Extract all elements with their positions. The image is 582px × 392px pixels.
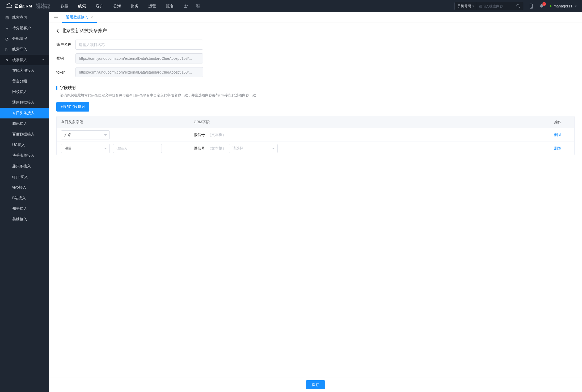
- search-type-select[interactable]: 手机号码: [455, 2, 476, 10]
- nav-item[interactable]: 公海: [113, 4, 121, 9]
- sidebar-sub-item[interactable]: 百度数据接入: [0, 129, 49, 140]
- search-button[interactable]: [513, 4, 523, 8]
- bell-icon[interactable]: 5: [539, 4, 544, 8]
- crm-field-type: （文本框）: [208, 133, 226, 137]
- secret-label: 密钥: [56, 56, 75, 61]
- sidebar-icon: ⇱: [5, 47, 9, 52]
- source-field-select[interactable]: 姓名: [61, 130, 110, 139]
- tab-active[interactable]: 通用数据接入 ✕: [62, 12, 97, 23]
- sidebar-sub-item[interactable]: 快手表单接入: [0, 150, 49, 161]
- chevron-up-icon: ⌃: [42, 59, 44, 62]
- token-label: token: [56, 70, 75, 74]
- nav-item[interactable]: 运营: [148, 4, 156, 9]
- save-button[interactable]: 保存: [306, 380, 325, 389]
- add-mapping-button[interactable]: +添加字段映射: [56, 102, 89, 112]
- mobile-icon[interactable]: [529, 3, 533, 9]
- sidebar-item[interactable]: ⇱线索导入: [0, 44, 49, 55]
- sidebar-sub-item[interactable]: 今日头条接入: [0, 108, 49, 118]
- nav-item[interactable]: 客户: [96, 4, 104, 9]
- logo[interactable]: 云朵CRM 教育机构一站式服务云平台: [5, 2, 50, 10]
- token-input[interactable]: [75, 67, 203, 77]
- source-value-input[interactable]: [113, 144, 162, 153]
- svg-point-3: [531, 7, 532, 8]
- delete-button[interactable]: 删除: [554, 146, 562, 150]
- sidebar-item[interactable]: ⋔线索接入⌃: [0, 55, 49, 65]
- logo-text: 云朵CRM: [14, 4, 32, 9]
- th-source-field: 今日头条字段: [61, 120, 194, 125]
- search-input[interactable]: [476, 4, 513, 8]
- nav-extra-icons: [183, 4, 200, 8]
- sidebar-item[interactable]: ▽待分配客户: [0, 23, 49, 33]
- sidebar-sub-item[interactable]: 美柚接入: [0, 214, 49, 225]
- sidebar-sub-item[interactable]: 通用数据接入: [0, 97, 49, 108]
- top-header: 云朵CRM 教育机构一站式服务云平台 数据线索客户公海财务运营报名 手机号码 5: [0, 0, 582, 12]
- footer-bar: 保存: [49, 377, 582, 392]
- nav-item[interactable]: 财务: [131, 4, 139, 9]
- sidebar-sub-item[interactable]: UC接入: [0, 140, 49, 150]
- sidebar-sub-item[interactable]: 知乎接入: [0, 203, 49, 214]
- sidebar-icon: ◔: [5, 37, 9, 41]
- crm-field-label: 微信号: [194, 133, 205, 137]
- cloud-logo-icon: [5, 2, 13, 10]
- page-content: 北京昱新科技头条账户 账户名称 密钥 token 字段映射 请确保您在此填写的头…: [49, 23, 582, 392]
- sidebar-sub-item[interactable]: 在线客服接入: [0, 65, 49, 76]
- secret-input[interactable]: [75, 53, 203, 63]
- sidebar-icon: ▽: [5, 26, 9, 30]
- nav-item[interactable]: 数据: [61, 4, 69, 9]
- crm-field-label: 微信号: [194, 146, 205, 151]
- header-right: 手机号码 5 manager11: [454, 2, 577, 10]
- page-title: 北京昱新科技头条账户: [62, 28, 107, 34]
- section-desc: 请确保您在此填写的头条自定义字段名称与在今日头条平台中自定义的字段名称一致，并且…: [56, 93, 575, 98]
- main-area: 通用数据接入 ✕ 北京昱新科技头条账户 账户名称 密钥 token: [49, 12, 582, 392]
- sidebar-sub-item[interactable]: oppo接入: [0, 172, 49, 182]
- table-header: 今日头条字段 CRM字段 操作: [57, 116, 574, 128]
- sidebar-sub-item[interactable]: B站接入: [0, 193, 49, 203]
- close-tab-icon[interactable]: ✕: [90, 15, 93, 19]
- sidebar-sub-item[interactable]: 网校接入: [0, 87, 49, 97]
- sidebar-item[interactable]: ▦线索查询: [0, 12, 49, 23]
- account-name-input[interactable]: [75, 40, 203, 50]
- sidebar-sub-item[interactable]: 留言分组: [0, 76, 49, 87]
- status-dot-icon: [550, 5, 551, 7]
- tab-label: 通用数据接入: [66, 15, 88, 20]
- svg-point-0: [184, 5, 186, 6]
- breadcrumb: 北京昱新科技头条账户: [56, 28, 575, 34]
- notification-badge: 5: [542, 2, 546, 6]
- nav-item[interactable]: 报名: [166, 4, 174, 9]
- username: manager11: [554, 4, 572, 8]
- svg-point-1: [517, 5, 519, 7]
- crm-field-type: （文本框）: [208, 146, 226, 151]
- delete-button[interactable]: 删除: [554, 133, 562, 137]
- sidebar-sub-item[interactable]: 趣头条接入: [0, 161, 49, 172]
- crm-value-select[interactable]: 请选择: [229, 144, 278, 153]
- user-add-icon[interactable]: [183, 4, 188, 8]
- th-crm-field: CRM字段: [194, 120, 554, 125]
- section-title: 字段映射: [56, 85, 575, 90]
- mapping-table: 今日头条字段 CRM字段 操作 姓名微信号（文本框）删除项目微信号（文本框）请选…: [56, 116, 575, 155]
- sidebar-item[interactable]: ◔分配情况: [0, 33, 49, 44]
- sidebar-icon: ⋔: [5, 58, 9, 62]
- sidebar-sub-item[interactable]: 腾讯接入: [0, 118, 49, 129]
- back-icon[interactable]: [56, 29, 59, 33]
- sidebar: ▦线索查询▽待分配客户◔分配情况⇱线索导入⋔线索接入⌃在线客服接入留言分组网校接…: [0, 12, 49, 392]
- logo-subtitle: 教育机构一站式服务云平台: [34, 3, 50, 9]
- source-field-select[interactable]: 项目: [61, 144, 110, 153]
- phone-call-icon[interactable]: [196, 4, 200, 8]
- sidebar-icon: ▦: [5, 15, 9, 20]
- th-action: 操作: [554, 120, 570, 125]
- tab-bar: 通用数据接入 ✕: [49, 12, 582, 23]
- main-nav: 数据线索客户公海财务运营报名: [61, 4, 174, 9]
- nav-item[interactable]: 线索: [78, 4, 86, 9]
- user-menu[interactable]: manager11: [550, 4, 577, 8]
- search-box: 手机号码: [454, 2, 523, 10]
- table-row: 姓名微信号（文本框）删除: [57, 128, 574, 142]
- caret-down-icon: [575, 6, 577, 8]
- collapse-tabs-icon[interactable]: [52, 16, 60, 19]
- account-name-label: 账户名称: [56, 42, 75, 47]
- table-row: 项目微信号（文本框）请选择删除: [57, 142, 574, 155]
- sidebar-sub-item[interactable]: vivo接入: [0, 182, 49, 193]
- section-bar-icon: [56, 86, 57, 90]
